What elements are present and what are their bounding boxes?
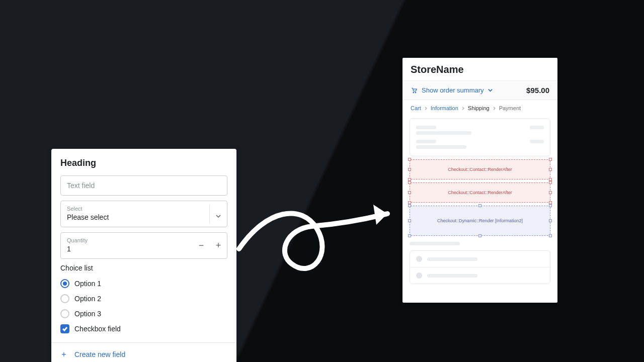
skeleton-bar bbox=[427, 274, 477, 278]
select-label: Select bbox=[67, 206, 207, 212]
skeleton-bar bbox=[427, 257, 477, 261]
extension-slot-label: Checkout::Contact::RenderAfter bbox=[448, 167, 512, 172]
checkbox-icon bbox=[60, 324, 69, 333]
checkbox-label: Checkbox field bbox=[74, 325, 121, 333]
chevron-down-icon bbox=[488, 88, 493, 93]
choice-option-3[interactable]: Option 3 bbox=[60, 306, 227, 321]
text-field-placeholder: Text field bbox=[67, 182, 95, 190]
radio-icon bbox=[60, 279, 69, 288]
create-new-field-button[interactable]: + Create new field bbox=[60, 343, 227, 362]
quantity-value: 1 bbox=[67, 245, 71, 253]
chevron-right-icon bbox=[493, 107, 496, 110]
breadcrumb-shipping: Shipping bbox=[468, 105, 490, 111]
choice-option-2[interactable]: Option 2 bbox=[60, 291, 227, 306]
choice-list-label: Choice list bbox=[60, 264, 227, 272]
chevron-down-icon bbox=[216, 212, 221, 217]
quantity-label: Quantity bbox=[67, 238, 192, 243]
shipping-method-option[interactable] bbox=[410, 267, 550, 284]
text-field-input[interactable]: Text field bbox=[60, 175, 227, 196]
quantity-stepper[interactable]: Quantity 1 − + bbox=[60, 232, 227, 259]
choice-option-label: Option 3 bbox=[74, 310, 101, 318]
svg-marker-0 bbox=[373, 205, 387, 225]
choice-option-1[interactable]: Option 1 bbox=[60, 276, 227, 291]
extension-slot-label: Checkout::Dynamic::Render [Information2] bbox=[437, 218, 523, 223]
store-name: StoreName bbox=[403, 58, 557, 80]
extension-slot-red-2[interactable]: Checkout::Contact::RenderAfter bbox=[410, 183, 550, 203]
choice-option-label: Option 2 bbox=[74, 295, 101, 303]
stepper-plus-button[interactable]: + bbox=[210, 233, 227, 258]
svg-point-1 bbox=[413, 92, 414, 93]
arrow-illustration bbox=[236, 199, 408, 284]
create-new-field-label: Create new field bbox=[74, 350, 125, 358]
radio-icon bbox=[416, 256, 422, 262]
extension-slot-red-1[interactable]: Checkout::Contact::RenderAfter bbox=[410, 159, 550, 179]
breadcrumb-payment: Payment bbox=[499, 105, 521, 111]
radio-icon bbox=[416, 273, 422, 279]
form-heading: Heading bbox=[60, 158, 227, 168]
order-summary-bar: Show order summary $95.00 bbox=[403, 80, 557, 100]
stepper-minus-button[interactable]: − bbox=[193, 233, 210, 258]
shipping-method-option[interactable] bbox=[410, 251, 550, 267]
extension-slot-blue[interactable]: Checkout::Dynamic::Render [Information2] bbox=[410, 206, 550, 236]
extension-slot-label: Checkout::Contact::RenderAfter bbox=[448, 190, 512, 195]
choice-option-label: Option 1 bbox=[74, 280, 101, 288]
shipping-method-card bbox=[410, 250, 550, 284]
chevron-right-icon bbox=[461, 107, 465, 110]
order-summary-label: Show order summary bbox=[422, 86, 484, 94]
checkout-preview: StoreName Show order summary $95.00 Cart… bbox=[403, 58, 557, 303]
shipping-method-section bbox=[410, 242, 550, 284]
select-value: Please select bbox=[67, 213, 109, 221]
show-order-summary-toggle[interactable]: Show order summary bbox=[411, 86, 493, 94]
plus-icon: + bbox=[60, 350, 67, 359]
chevron-right-icon bbox=[424, 107, 428, 110]
breadcrumb-cart[interactable]: Cart bbox=[411, 105, 421, 111]
radio-icon bbox=[60, 294, 69, 303]
breadcrumb-information[interactable]: Information bbox=[431, 105, 458, 111]
contact-summary-card bbox=[410, 118, 550, 156]
checkbox-field[interactable]: Checkbox field bbox=[60, 321, 227, 336]
form-builder-panel: Heading Text field Select Please select … bbox=[51, 149, 236, 362]
cart-icon bbox=[411, 87, 418, 94]
select-divider bbox=[209, 204, 210, 224]
order-total: $95.00 bbox=[526, 86, 549, 95]
svg-point-2 bbox=[415, 92, 416, 93]
select-input[interactable]: Select Please select bbox=[60, 201, 227, 227]
checkout-breadcrumbs: Cart Information Shipping Payment bbox=[403, 100, 557, 116]
radio-icon bbox=[60, 309, 69, 318]
